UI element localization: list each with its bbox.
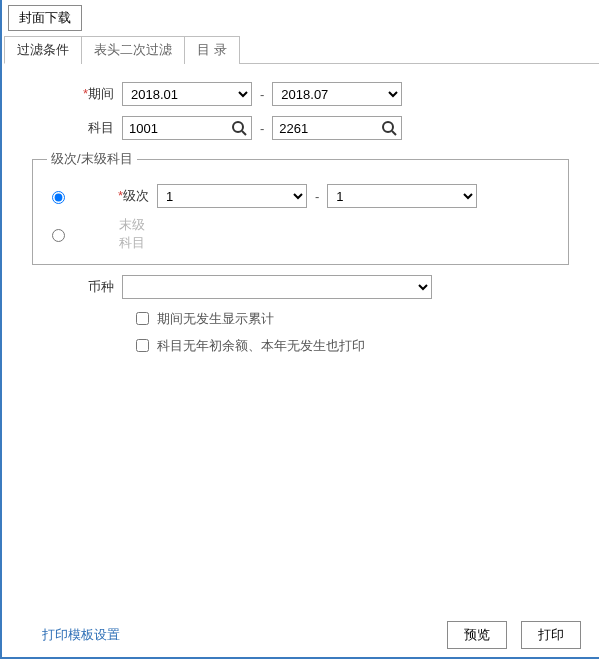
svg-line-1 xyxy=(242,131,246,135)
period-label: *期间 xyxy=(32,85,122,103)
level-group: 级次/末级科目 *级次 1 - 1 末级科目 xyxy=(32,150,569,265)
currency-label: 币种 xyxy=(32,278,122,296)
currency-select[interactable] xyxy=(122,275,432,299)
period-row: *期间 2018.01 - 2018.07 xyxy=(32,82,569,106)
print-template-settings-link[interactable]: 打印模板设置 xyxy=(42,626,120,644)
period-separator: - xyxy=(252,87,272,102)
no-balance-checkbox[interactable] xyxy=(136,339,149,352)
checks-area: 期间无发生显示累计 科目无年初余额、本年无发生也打印 xyxy=(132,309,569,355)
level-separator: - xyxy=(307,189,327,204)
no-activity-check-row: 期间无发生显示累计 xyxy=(132,309,569,328)
level-group-legend: 级次/末级科目 xyxy=(47,150,137,168)
level-from-select[interactable]: 1 xyxy=(157,184,307,208)
leaf-radio[interactable] xyxy=(52,229,65,242)
level-radio[interactable] xyxy=(52,191,65,204)
preview-button[interactable]: 预览 xyxy=(447,621,507,649)
tabs-bar: 过滤条件 表头二次过滤 目 录 xyxy=(4,35,599,64)
no-balance-label: 科目无年初余额、本年无发生也打印 xyxy=(157,337,365,355)
subject-label: 科目 xyxy=(32,119,122,137)
leaf-radio-row: 末级科目 xyxy=(47,212,554,256)
footer: 打印模板设置 预览 打印 xyxy=(2,621,599,649)
level-to-select[interactable]: 1 xyxy=(327,184,477,208)
no-activity-checkbox[interactable] xyxy=(136,312,149,325)
no-activity-label: 期间无发生显示累计 xyxy=(157,310,274,328)
leaf-label: 末级科目 xyxy=(79,216,157,252)
search-icon[interactable] xyxy=(231,120,247,136)
period-from-select[interactable]: 2018.01 xyxy=(122,82,252,106)
footer-buttons: 预览 打印 xyxy=(437,621,581,649)
tab-catalog[interactable]: 目 录 xyxy=(184,36,240,64)
print-button[interactable]: 打印 xyxy=(521,621,581,649)
level-radio-row: *级次 1 - 1 xyxy=(47,180,554,212)
tab-header-secondary-filter[interactable]: 表头二次过滤 xyxy=(81,36,185,64)
subject-row: 科目 - xyxy=(32,116,569,140)
tab-filter[interactable]: 过滤条件 xyxy=(4,36,82,64)
level-label: *级次 xyxy=(79,187,157,205)
svg-point-0 xyxy=(233,122,243,132)
cover-download-button[interactable]: 封面下载 xyxy=(8,5,82,31)
no-balance-check-row: 科目无年初余额、本年无发生也打印 xyxy=(132,336,569,355)
subject-to-lookup[interactable] xyxy=(272,116,402,140)
subject-from-lookup[interactable] xyxy=(122,116,252,140)
svg-line-3 xyxy=(392,131,396,135)
svg-point-2 xyxy=(383,122,393,132)
period-to-select[interactable]: 2018.07 xyxy=(272,82,402,106)
subject-separator: - xyxy=(252,121,272,136)
currency-row: 币种 xyxy=(32,275,569,299)
form-area: *期间 2018.01 - 2018.07 科目 - xyxy=(2,64,599,355)
search-icon[interactable] xyxy=(381,120,397,136)
